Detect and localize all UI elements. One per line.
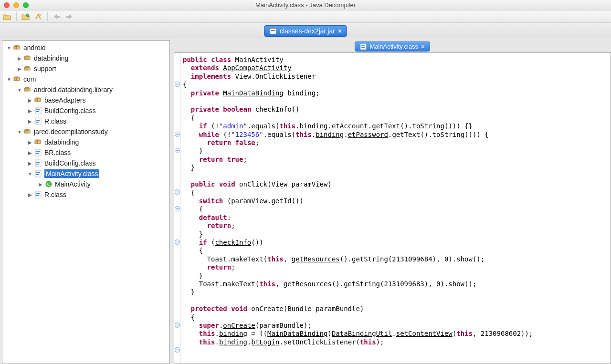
chevron-right-icon[interactable]: ▶ [27,119,33,124]
fold-toggle-icon[interactable]: − [175,132,180,137]
svg-rect-6 [17,46,20,49]
tree-row[interactable]: ▶BuildConfig.class [2,158,169,168]
fold-toggle-icon[interactable]: − [175,322,180,328]
fold-toggle-icon[interactable]: − [175,148,180,153]
tree-row[interactable]: ▶CMainActivity [2,179,169,189]
tree-item-label: databinding [34,54,68,62]
editor-area: MainActivity.class × −−−−−−−− public cla… [174,40,611,364]
chevron-right-icon[interactable]: ▶ [27,150,33,156]
tree-row[interactable]: ▶databinding [2,137,169,147]
chevron-right-icon[interactable]: ▶ [38,182,43,187]
tree-row[interactable]: ▶R.class [2,189,169,200]
chevron-down-icon[interactable]: ▼ [17,87,22,93]
jar-tab[interactable]: classes-dex2jar.jar × [264,25,347,37]
tree-row[interactable]: ▼android.databinding.library [2,84,169,95]
chevron-down-icon[interactable]: ▼ [17,129,22,135]
chevron-right-icon[interactable]: ▶ [17,66,22,72]
fold-toggle-icon[interactable]: − [175,239,180,245]
search-icon[interactable] [34,12,42,21]
code-line [183,97,611,105]
nav-back-icon[interactable] [53,12,61,21]
class-file-icon [34,159,42,167]
svg-rect-26 [38,141,41,144]
svg-text:C: C [47,182,51,187]
svg-rect-39 [36,193,40,194]
svg-rect-43 [361,47,365,48]
tree-row[interactable]: ▶databinding [2,53,169,63]
tree-row[interactable]: ▼android [2,42,169,53]
class-file-icon [34,191,42,198]
svg-rect-16 [38,99,41,102]
tree-row[interactable]: ▶support [2,63,169,74]
editor-tabstrip: MainActivity.class × [174,40,611,52]
tree-row[interactable]: ▶baseAdapters [2,95,169,105]
svg-rect-2 [270,29,276,34]
code-line: return false; [183,139,611,147]
code-line: } [183,230,611,239]
chevron-down-icon[interactable]: ▼ [6,77,12,82]
chevron-down-icon[interactable]: ▼ [6,45,12,51]
package-icon [23,54,32,62]
jar-tab-label: classes-dex2jar.jar [280,27,335,35]
svg-rect-11 [14,78,17,81]
code-line: implements View.OnClickListener [183,73,611,81]
tree-row[interactable]: ▶R.class [2,116,169,126]
tree-item-label: R.class [44,191,66,198]
fold-gutter[interactable]: −−−−−−−− [174,53,181,364]
chevron-right-icon[interactable]: ▶ [17,56,22,61]
tree-item-label: android [23,44,46,52]
code-line: super.onCreate(paramBundle); [183,322,611,330]
open-type-icon[interactable] [21,12,30,21]
close-icon[interactable]: × [421,43,425,50]
open-file-icon[interactable] [3,12,11,21]
titlebar: MainActivity.class - Java Decompiler [0,0,611,10]
code-line: return; [183,222,611,230]
chevron-right-icon[interactable]: ▶ [27,108,33,114]
tree-row[interactable]: ▶BR.class [2,147,169,158]
fold-toggle-icon[interactable]: − [175,189,180,195]
package-tree[interactable]: ▼android▶databinding▶support▼com▼android… [2,40,170,364]
tree-row[interactable]: ▼MainActivity.class [2,168,169,179]
code-view[interactable]: public class MainActivity extends AppCom… [181,53,611,364]
editor: −−−−−−−− public class MainActivity exten… [174,52,611,364]
package-icon [13,44,21,52]
fold-toggle-icon[interactable]: − [175,206,180,211]
code-line: { [183,189,611,197]
code-line: protected void onCreate(Bundle paramBund… [183,305,611,313]
editor-tab[interactable]: MainActivity.class × [355,42,430,52]
svg-rect-25 [35,141,38,144]
tree-item-label: databinding [44,138,79,146]
code-line: public void onClick(View paramView) [183,180,611,188]
chevron-right-icon[interactable]: ▶ [27,140,33,145]
tree-item-label: BuildConfig.class [44,107,95,114]
svg-rect-8 [27,57,30,60]
fold-toggle-icon[interactable]: − [175,347,180,353]
class-file-icon [34,117,42,125]
tree-item-label: com [23,75,36,83]
class-file-icon [34,170,42,177]
svg-rect-10 [27,67,30,70]
toolbar-separator [47,12,48,21]
class-icon: C [44,180,53,188]
fold-toggle-icon[interactable]: − [175,82,180,87]
tree-row[interactable]: ▶BuildConfig.class [2,105,169,116]
chevron-right-icon[interactable]: ▶ [27,98,33,103]
chevron-right-icon[interactable]: ▶ [27,192,33,198]
svg-rect-15 [35,99,38,102]
svg-rect-20 [35,118,41,125]
chevron-right-icon[interactable]: ▶ [27,161,33,166]
svg-point-0 [26,14,29,17]
close-icon[interactable]: × [338,27,342,35]
package-icon [34,96,42,104]
chevron-down-icon[interactable]: ▼ [27,171,33,177]
nav-forward-icon[interactable] [65,12,74,21]
tree-row[interactable]: ▼jared.decompilationstudy [2,126,169,137]
tree-item-label: MainActivity [55,180,91,188]
package-icon [23,65,32,73]
svg-rect-32 [36,164,39,165]
svg-rect-19 [36,111,39,112]
svg-rect-27 [35,149,41,156]
tree-row[interactable]: ▼com [2,74,169,84]
class-file-icon [34,107,42,114]
code-line: { [183,114,611,122]
